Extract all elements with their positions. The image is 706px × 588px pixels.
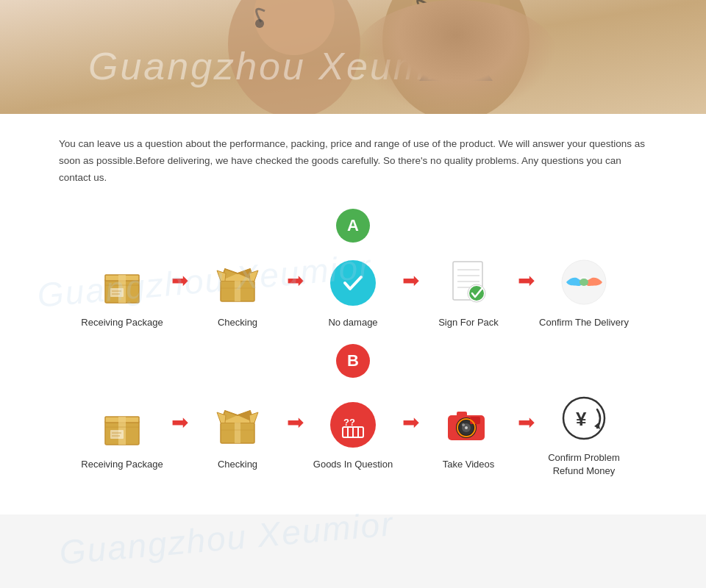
arrow-4a: ➡: [518, 268, 535, 293]
step-check-a: Checking: [190, 257, 285, 329]
svg-point-5: [412, 0, 500, 51]
arrow-1a: ➡: [171, 268, 188, 293]
section-b-label-container: B: [59, 344, 647, 378]
step-confirm-label: Confirm The Delivery: [539, 316, 629, 329]
step-refund: ¥ Confirm ProblemRefund Money: [536, 392, 632, 478]
section-a: A: [59, 209, 647, 329]
svg-rect-47: [457, 412, 467, 417]
hero-section: Guangzhou Xeumior: [0, 0, 706, 114]
step-check-b-label: Checking: [218, 458, 257, 471]
section-a-label-container: A: [59, 209, 647, 243]
arrow-4b: ➡: [518, 410, 535, 434]
step-refund-label: Confirm ProblemRefund Money: [548, 451, 620, 478]
flow-row-a: Receiving Package ➡: [59, 257, 647, 329]
step-receive-b-label: Receiving Package: [81, 458, 163, 471]
check-circle-icon: [327, 257, 379, 309]
svg-point-49: [465, 426, 468, 429]
step-receive-b: Receiving Package: [74, 399, 170, 471]
step-sign-label: Sign For Pack: [438, 316, 499, 329]
arrow-1b: ➡: [171, 410, 188, 434]
svg-rect-11: [110, 288, 124, 297]
step-question-label: Goods In Question: [313, 458, 393, 471]
arrow-3b: ➡: [402, 410, 419, 434]
step-confirm: Confirm The Delivery: [536, 257, 632, 329]
svg-rect-15: [235, 281, 240, 301]
package-closed-icon-b: [96, 399, 148, 451]
watermark-2: Guangzhou Xeumior: [58, 503, 396, 573]
section-a-circle: A: [336, 209, 370, 243]
step-video: Take Videos: [421, 399, 516, 471]
section-b-circle: B: [336, 344, 370, 378]
step-check-b: Checking: [190, 399, 285, 471]
svg-point-4: [382, 0, 530, 114]
camera-icon: [443, 399, 494, 451]
svg-point-45: [462, 423, 465, 426]
step-receive-a-label: Receiving Package: [81, 316, 163, 329]
svg-point-3: [255, 19, 264, 28]
step-check-a-label: Checking: [218, 316, 257, 329]
svg-rect-34: [235, 423, 240, 443]
arrow-2a: ➡: [287, 268, 304, 293]
question-circle-icon: ??: [327, 399, 379, 451]
handshake-icon: [558, 257, 610, 309]
step-nodamage-label: No damage: [328, 316, 377, 329]
section-b: B Receiving Package: [59, 344, 647, 478]
arrow-2b: ➡: [287, 410, 304, 434]
description-text: You can leave us a question about the pe…: [59, 136, 647, 187]
svg-text:¥: ¥: [576, 408, 587, 430]
step-receive-a: Receiving Package: [74, 257, 170, 329]
sign-doc-icon: [443, 257, 494, 309]
main-content: Guangzhou Xeumior Guangzhou Xeumior You …: [0, 114, 706, 514]
flow-row-b: Receiving Package ➡: [59, 392, 647, 478]
svg-point-6: [416, 7, 426, 18]
package-open-icon-b: [212, 399, 263, 451]
package-closed-icon-a: [96, 257, 148, 309]
step-question: ?? Goods In Question: [305, 399, 401, 471]
refund-icon: ¥: [558, 392, 610, 444]
svg-point-25: [580, 279, 588, 286]
step-video-label: Take Videos: [443, 458, 495, 471]
svg-text:??: ??: [343, 417, 355, 428]
step-sign: Sign For Pack: [421, 257, 516, 329]
svg-rect-30: [110, 430, 124, 439]
arrow-3a: ➡: [402, 268, 419, 293]
step-nodamage: No damage: [305, 257, 401, 329]
package-open-icon-a: [212, 257, 263, 309]
